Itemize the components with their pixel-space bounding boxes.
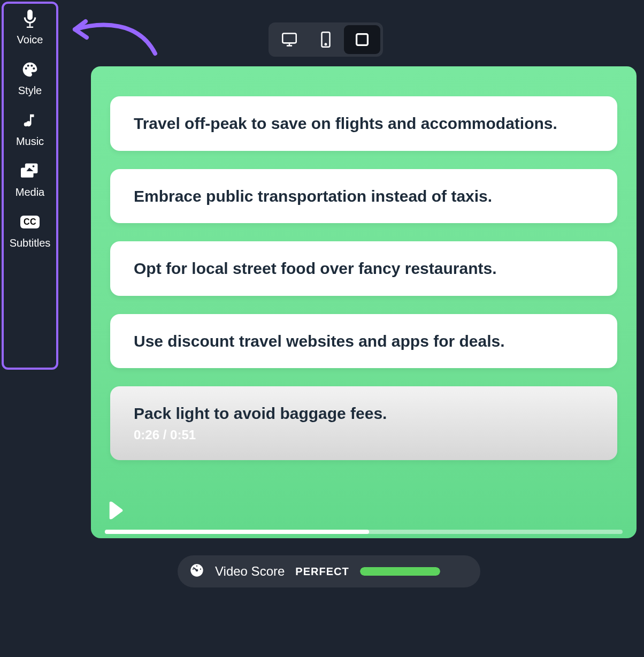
score-meter bbox=[360, 567, 440, 576]
video-score-bar: Video Score PERFECT bbox=[178, 555, 480, 587]
tip-text: Pack light to avoid baggage fees. bbox=[134, 404, 387, 422]
sidebar-item-media[interactable]: Media bbox=[4, 162, 56, 198]
sidebar-item-label: Media bbox=[16, 186, 44, 198]
music-note-icon bbox=[20, 111, 40, 130]
sidebar-item-label: Voice bbox=[17, 34, 43, 46]
svg-rect-0 bbox=[27, 10, 33, 20]
sidebar-item-style[interactable]: Style bbox=[4, 60, 56, 97]
sidebar-item-music[interactable]: Music bbox=[4, 111, 56, 148]
svg-point-15 bbox=[193, 569, 194, 570]
video-preview: Travel off-peak to save on flights and a… bbox=[91, 66, 637, 538]
gauge-icon bbox=[189, 563, 204, 580]
device-desktop-button[interactable] bbox=[271, 25, 308, 54]
svg-point-11 bbox=[325, 44, 327, 45]
sidebar: Voice Style Music Media CC Subtitles bbox=[2, 2, 58, 370]
svg-rect-5 bbox=[25, 164, 38, 173]
score-status: PERFECT bbox=[295, 566, 349, 578]
annotation-arrow bbox=[59, 11, 160, 64]
svg-point-17 bbox=[200, 569, 201, 570]
score-label: Video Score bbox=[215, 564, 285, 579]
sidebar-item-voice[interactable]: Voice bbox=[4, 9, 56, 46]
tip-text: Use discount travel websites and apps fo… bbox=[134, 332, 505, 350]
device-switcher bbox=[269, 22, 383, 57]
sidebar-item-label: Style bbox=[18, 85, 42, 97]
playback-time: 0:26 / 0:51 bbox=[134, 427, 594, 443]
svg-rect-7 bbox=[282, 34, 296, 43]
tip-card-current[interactable]: Pack light to avoid baggage fees. 0:26 /… bbox=[110, 386, 617, 460]
sidebar-item-label: Subtitles bbox=[10, 237, 51, 249]
score-meter-fill bbox=[360, 567, 440, 576]
tip-card[interactable]: Use discount travel websites and apps fo… bbox=[110, 314, 617, 369]
tip-card[interactable]: Embrace public transportation instead of… bbox=[110, 169, 617, 224]
svg-rect-2 bbox=[27, 27, 33, 28]
media-gallery-icon bbox=[20, 162, 40, 181]
svg-rect-12 bbox=[357, 34, 368, 45]
tip-card[interactable]: Travel off-peak to save on flights and a… bbox=[110, 96, 617, 151]
svg-point-16 bbox=[196, 566, 197, 567]
sidebar-item-subtitles[interactable]: CC Subtitles bbox=[4, 212, 56, 249]
microphone-icon bbox=[20, 9, 40, 28]
progress-fill bbox=[105, 530, 369, 534]
tip-text: Travel off-peak to save on flights and a… bbox=[134, 114, 557, 132]
tip-text: Embrace public transportation instead of… bbox=[134, 187, 492, 205]
tip-text: Opt for local street food over fancy res… bbox=[134, 259, 497, 277]
svg-point-6 bbox=[33, 165, 35, 167]
cc-icon: CC bbox=[20, 212, 40, 232]
play-button[interactable] bbox=[105, 500, 126, 521]
svg-rect-1 bbox=[29, 22, 30, 26]
svg-point-3 bbox=[24, 123, 28, 127]
progress-bar[interactable] bbox=[105, 530, 623, 534]
device-mobile-button[interactable] bbox=[308, 25, 344, 54]
tip-card[interactable]: Opt for local street food over fancy res… bbox=[110, 241, 617, 296]
palette-icon bbox=[20, 60, 40, 79]
device-square-button[interactable] bbox=[344, 25, 380, 54]
svg-point-14 bbox=[196, 569, 198, 572]
sidebar-item-label: Music bbox=[16, 135, 44, 148]
